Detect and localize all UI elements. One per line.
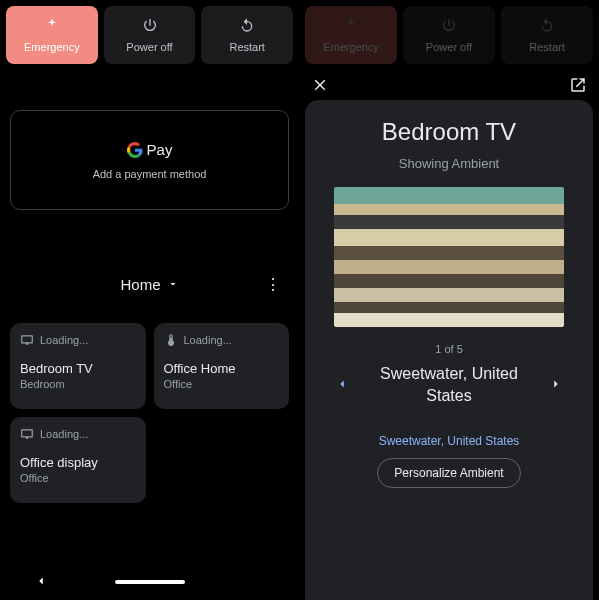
power-row-dimmed: Emergency Power off Restart	[299, 0, 599, 70]
chevron-down-icon	[167, 276, 179, 293]
emergency-label: Emergency	[24, 41, 80, 53]
tile-loading: Loading...	[164, 333, 280, 347]
tile-loading: Loading...	[20, 427, 136, 441]
google-pay-card[interactable]: Pay Add a payment method	[10, 110, 289, 210]
power-row: Emergency Power off Restart	[0, 0, 299, 70]
slide-counter: 1 of 5	[435, 343, 463, 355]
google-pay-logo: Pay	[127, 140, 173, 158]
detail-title: Bedroom TV	[382, 118, 516, 146]
restart-icon	[239, 17, 255, 37]
tile-title: Bedroom TV	[20, 361, 136, 376]
power-icon	[142, 17, 158, 37]
power-icon	[441, 17, 457, 37]
location-link[interactable]: Sweetwater, United States	[379, 434, 520, 448]
power-off-label: Power off	[426, 41, 472, 53]
tile-title: Office display	[20, 455, 136, 470]
emergency-button[interactable]: Emergency	[305, 6, 397, 64]
open-external-button[interactable]	[569, 76, 587, 98]
tile-title: Office Home	[164, 361, 280, 376]
google-g-icon	[127, 140, 143, 158]
system-nav-bar	[0, 564, 299, 600]
emergency-icon	[44, 17, 60, 37]
restart-icon	[539, 17, 555, 37]
personalize-ambient-button[interactable]: Personalize Ambient	[377, 458, 520, 488]
google-pay-brand: Pay	[147, 141, 173, 158]
power-menu-screen: Emergency Power off Restart	[0, 0, 299, 600]
next-button[interactable]	[549, 377, 563, 394]
power-off-button[interactable]: Power off	[403, 6, 495, 64]
detail-status: Showing Ambient	[399, 156, 499, 171]
home-label: Home	[120, 276, 160, 293]
close-button[interactable]	[311, 76, 329, 98]
ambient-artwork	[334, 187, 564, 327]
tile-loading: Loading...	[20, 333, 136, 347]
device-tile-grid: Loading... Bedroom TV Bedroom Loading...…	[0, 313, 299, 513]
restart-button[interactable]: Restart	[201, 6, 293, 64]
device-tile-office-home[interactable]: Loading... Office Home Office	[154, 323, 290, 409]
tv-icon	[20, 333, 34, 347]
prev-button[interactable]	[335, 377, 349, 394]
tile-subtitle: Bedroom	[20, 378, 136, 390]
power-off-button[interactable]: Power off	[104, 6, 196, 64]
device-detail-screen: Emergency Power off Restart Bedroom TV S…	[299, 0, 599, 600]
tile-subtitle: Office	[164, 378, 280, 390]
device-tile-bedroom-tv[interactable]: Loading... Bedroom TV Bedroom	[10, 323, 146, 409]
device-detail-sheet: Bedroom TV Showing Ambient 1 of 5 Sweetw…	[305, 100, 593, 600]
nav-back-button[interactable]	[34, 574, 48, 591]
google-pay-subtitle: Add a payment method	[93, 168, 207, 180]
power-off-label: Power off	[126, 41, 172, 53]
location-row: Sweetwater, United States	[317, 363, 581, 408]
device-tile-office-display[interactable]: Loading... Office display Office	[10, 417, 146, 503]
more-menu-button[interactable]: ⋮	[265, 277, 281, 293]
restart-button[interactable]: Restart	[501, 6, 593, 64]
thermostat-icon	[164, 333, 178, 347]
restart-label: Restart	[229, 41, 264, 53]
tile-subtitle: Office	[20, 472, 136, 484]
emergency-button[interactable]: Emergency	[6, 6, 98, 64]
home-selector-row: Home ⋮	[0, 276, 299, 293]
nav-home-pill[interactable]	[115, 580, 185, 584]
display-icon	[20, 427, 34, 441]
location-title: Sweetwater, United States	[369, 363, 529, 408]
emergency-label: Emergency	[323, 41, 379, 53]
emergency-icon	[343, 17, 359, 37]
detail-header	[299, 70, 599, 104]
restart-label: Restart	[529, 41, 564, 53]
home-selector[interactable]: Home	[120, 276, 178, 293]
